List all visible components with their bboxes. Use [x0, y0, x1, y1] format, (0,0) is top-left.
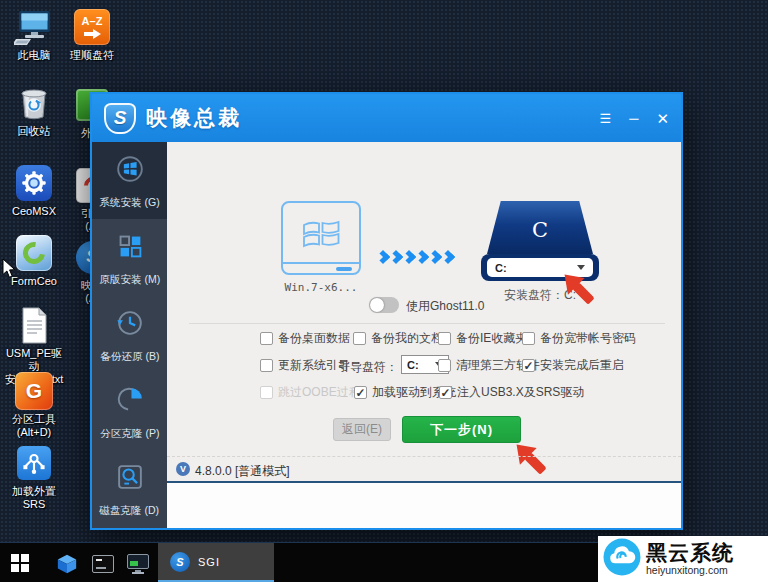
version-badge-icon: V — [176, 462, 190, 476]
windows-circle-icon — [113, 152, 147, 190]
app-logo-icon: S — [104, 103, 136, 134]
back-button[interactable]: 返回(E) — [333, 418, 391, 441]
desktop-icon-label: 分区工具(Alt+D) — [12, 413, 56, 439]
checkbox-box — [260, 386, 273, 399]
taskbar-monitor-icon[interactable] — [126, 552, 150, 576]
sidebar: 系统安装 (G) 原版安装 (M) — [92, 142, 167, 528]
ghost-toggle-label: 使用Ghost11.0 — [406, 298, 484, 315]
checkbox-box — [354, 386, 367, 399]
desktop: 此电脑 A–Z 理顺盘符 回收站 外置 — [0, 0, 768, 582]
version-text: 4.8.0.0 [普通模式] — [195, 463, 290, 480]
taskbar-app-sgi[interactable]: S SGI — [158, 543, 274, 582]
gear-icon — [14, 164, 54, 202]
desktop-icon-sort-drives[interactable]: A–Z 理顺盘符 — [60, 8, 124, 62]
desktop-icon-label: 加载外置SRS — [2, 485, 66, 511]
checkbox-box — [260, 359, 273, 372]
desktop-icon-label: FormCeo — [11, 275, 57, 288]
window-titlebar[interactable]: S 映像总裁 ☰ ─ ✕ — [92, 94, 681, 142]
checkbox-update-boot[interactable]: 更新系统引导 — [260, 357, 350, 374]
minimize-icon[interactable]: ─ — [629, 112, 638, 125]
desktop-icon-label: 理顺盘符 — [70, 49, 114, 62]
desktop-icon-label: 此电脑 — [18, 49, 51, 62]
annotation-arrow-icon — [511, 439, 549, 481]
checkbox-box — [438, 359, 451, 372]
toggle-knob — [370, 298, 384, 312]
checkbox-box — [260, 332, 273, 345]
checkbox-reboot-after-install[interactable]: 安装完成后重启 — [522, 357, 624, 374]
checkbox-box — [522, 359, 535, 372]
checkbox-box — [439, 386, 452, 399]
sgi-window: S 映像总裁 ☰ ─ ✕ — [90, 92, 683, 530]
source-image-icon — [281, 201, 361, 275]
sidebar-item-backup-restore[interactable]: 备份还原 (B) — [92, 296, 167, 373]
sidebar-item-original-install[interactable]: 原版安装 (M) — [92, 219, 167, 296]
sidebar-item-partition-clone[interactable]: 分区克隆 (P) — [92, 373, 167, 450]
window-title: 映像总裁 — [146, 104, 242, 132]
computer-icon — [14, 8, 54, 46]
menu-icon[interactable]: ☰ — [600, 112, 612, 125]
windows-tiles-icon — [113, 229, 147, 267]
taskbar-cube-icon[interactable] — [55, 552, 79, 576]
desktop-icon-label: 回收站 — [18, 125, 51, 138]
watermark: 黑云系统 heiyunxitong.com — [598, 536, 768, 582]
taskbar-console-icon[interactable] — [91, 552, 115, 576]
footer-divider — [167, 481, 681, 483]
desktop-icon-recycle-bin[interactable]: 回收站 — [2, 84, 66, 138]
text-file-icon — [14, 306, 54, 344]
disk-search-icon — [113, 460, 147, 498]
sgi-logo-icon: S — [170, 552, 190, 572]
cloud-logo-icon — [603, 538, 641, 580]
checkbox-backup-broadband[interactable]: 备份宽带帐号密码 — [522, 330, 636, 347]
main-panel: Win.7-x6... C C: 安装盘符：C: — [167, 142, 681, 528]
checkbox-skip-oobe: 跳过OOBE过程 — [260, 384, 361, 401]
start-button[interactable] — [11, 554, 29, 572]
transfer-arrows-icon — [378, 252, 453, 262]
desktop-icon-this-pc[interactable]: 此电脑 — [2, 8, 66, 62]
diskgenius-icon: G — [14, 372, 54, 410]
checkbox-backup-desktop[interactable]: 备份桌面数据 — [260, 330, 350, 347]
next-button[interactable]: 下一步(N) — [402, 416, 521, 443]
recycle-bin-icon — [14, 84, 54, 122]
ghost-toggle[interactable] — [369, 297, 399, 313]
checkbox-box — [522, 332, 535, 345]
version-divider — [167, 456, 681, 457]
desktop-icon-load-srs[interactable]: 加载外置SRS — [2, 444, 66, 511]
srs-firewire-icon — [14, 444, 54, 482]
sidebar-item-system-install[interactable]: 系统安装 (G) — [92, 142, 167, 219]
az-sort-icon: A–Z — [72, 8, 112, 46]
history-clock-icon — [113, 306, 147, 344]
options-divider — [189, 323, 665, 324]
window-footer — [167, 483, 681, 528]
desktop-icon-partition-tool[interactable]: G 分区工具(Alt+D) — [2, 372, 66, 439]
checkbox-box — [438, 332, 451, 345]
checkbox-backup-ie-favorites[interactable]: 备份IE收藏夹 — [438, 330, 527, 347]
close-icon[interactable]: ✕ — [656, 112, 669, 125]
target-drive-icon: C — [487, 201, 593, 254]
watermark-title: 黑云系统 — [646, 542, 734, 564]
watermark-domain: heiyunxitong.com — [646, 564, 734, 576]
checkbox-inject-usb3-srs[interactable]: 注入USB3.X及SRS驱动 — [439, 384, 584, 401]
annotation-arrow-icon — [559, 269, 597, 311]
sidebar-item-disk-clone[interactable]: 磁盘克隆 (D) — [92, 450, 167, 527]
checkbox-backup-documents[interactable]: 备份我的文档 — [353, 330, 443, 347]
boot-drive-label: 引导盘符： — [338, 359, 398, 376]
source-image-label: Win.7-x6... — [265, 281, 377, 294]
mouse-cursor — [2, 258, 17, 283]
formceo-icon — [14, 234, 54, 272]
checkbox-box — [353, 332, 366, 345]
pie-chart-icon — [113, 383, 147, 421]
desktop-icon-label: CeoMSX — [12, 205, 56, 218]
desktop-icon-ceomsx[interactable]: CeoMSX — [2, 164, 66, 218]
